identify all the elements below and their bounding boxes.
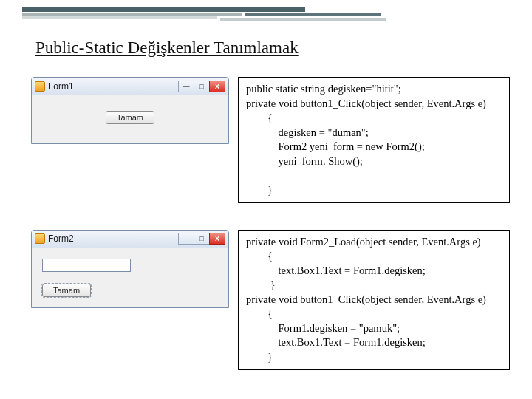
close-button[interactable]: X <box>209 81 225 92</box>
form2-screenshot: Form2 — □ X Tamam <box>31 230 229 308</box>
app-icon <box>35 233 45 244</box>
minimize-button[interactable]: — <box>178 233 194 245</box>
form1-window: Form1 — □ X Tamam <box>31 77 229 144</box>
form2-window: Form2 — □ X Tamam <box>31 230 229 308</box>
maximize-button[interactable]: □ <box>194 81 210 92</box>
form2-textbox[interactable] <box>42 259 131 272</box>
form1-tamam-button[interactable]: Tamam <box>106 111 154 124</box>
slide-header-decoration <box>0 0 532 25</box>
code-block-form2: private void Form2_Load(object sender, E… <box>238 230 510 370</box>
close-button[interactable]: X <box>209 233 225 245</box>
slide-content: Form1 — □ X Tamam public static string d… <box>31 77 510 370</box>
page-title: Public-Static Değişkenler Tanımlamak <box>35 38 299 58</box>
example-row-1: Form1 — □ X Tamam public static string d… <box>31 77 510 203</box>
minimize-button[interactable]: — <box>178 81 194 92</box>
example-row-2: Form2 — □ X Tamam private void Form2_Loa… <box>31 230 510 370</box>
app-icon <box>35 81 45 92</box>
form2-titlebar: Form2 — □ X <box>32 231 228 248</box>
code-block-form1: public static string degisken="hitit"; p… <box>238 77 510 203</box>
form1-client-area: Tamam <box>32 95 228 143</box>
form1-screenshot: Form1 — □ X Tamam <box>31 77 229 144</box>
form1-caption: Form1 <box>48 81 74 92</box>
form2-tamam-button[interactable]: Tamam <box>42 284 91 297</box>
form1-titlebar: Form1 — □ X <box>32 78 228 95</box>
form2-caption: Form2 <box>48 233 74 244</box>
form2-client-area: Tamam <box>32 248 228 307</box>
maximize-button[interactable]: □ <box>194 233 210 245</box>
